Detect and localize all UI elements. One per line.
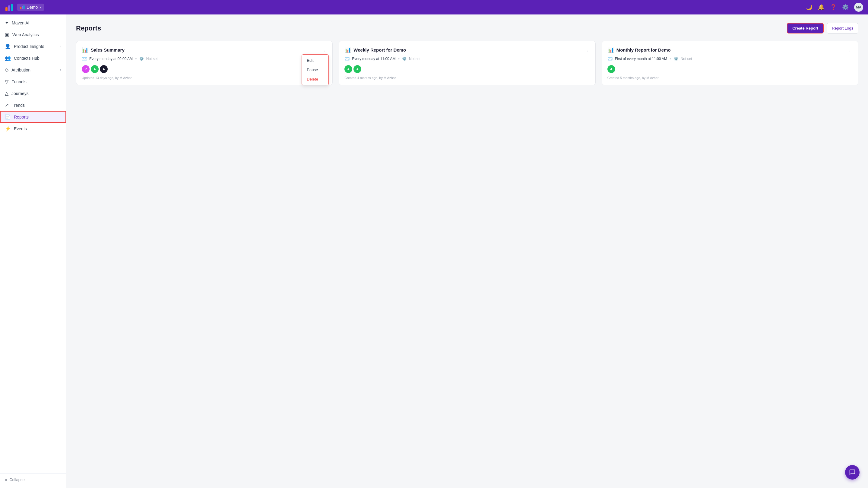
svg-rect-2 [11,4,13,11]
sidebar-item-funnels[interactable]: ▽ Funnels [0,76,66,88]
product-insights-icon: 👤 [5,43,11,49]
events-icon: ⚡ [5,126,11,131]
card-title-row: 📊 Weekly Report for Demo [344,47,406,53]
main-layout: ✦ Maven AI ▣ Web Analytics 👤 Product Ins… [0,14,868,488]
avatar: A [344,65,352,73]
contacts-hub-icon: 👥 [5,55,11,61]
sidebar-label-attribution: Attribution [11,67,30,72]
card-header: 📊 Weekly Report for Demo ⋮ [344,47,590,53]
sidebar-item-journeys[interactable]: △ Journeys [0,88,66,99]
sidebar-item-contacts-hub[interactable]: 👥 Contacts Hub [0,52,66,64]
reports-icon: 📄 [5,114,11,120]
integration-icon: ⚙️ [402,57,407,61]
report-logs-button[interactable]: Report Logs [827,23,858,33]
avatar: A [100,65,108,73]
card-footer: Created 5 months ago, by M Azhar [608,76,852,80]
email-icon: ✉️ [608,56,613,61]
card-title-row: 📊 Sales Summary [82,47,125,53]
schedule-text: First of every month at 11:00 AM [615,57,667,61]
report-title: Sales Summary [91,48,125,53]
sidebar-label-trends: Trends [12,103,25,108]
sidebar-item-events[interactable]: ⚡ Events [0,123,66,134]
funnels-icon: ▽ [5,79,8,85]
chat-icon [849,469,856,476]
create-report-button[interactable]: Create Report [787,23,824,33]
card-meta: ✉️ First of every month at 11:00 AM • ⚙️… [608,56,852,62]
report-title: Monthly Report for Demo [617,48,671,53]
card-footer: Created 4 months ago, by M Azhar [344,76,590,80]
collapse-button[interactable]: « Collapse [0,474,66,486]
integration-icon: ⚙️ [674,57,678,61]
sidebar-label-funnels: Funnels [11,79,27,84]
card-footer: Updated 13 days ago, by M Azhar [82,76,327,80]
svg-rect-3 [20,7,22,9]
avatar: P [82,65,90,73]
collapse-icon: « [5,478,7,482]
svg-rect-4 [22,6,23,9]
sidebar-item-product-insights[interactable]: 👤 Product Insights › [0,40,66,52]
svg-rect-0 [5,7,7,11]
maven-ai-icon: ✦ [5,20,9,26]
sidebar-nav: ✦ Maven AI ▣ Web Analytics 👤 Product Ins… [0,17,66,134]
sidebar-item-web-analytics[interactable]: ▣ Web Analytics [0,29,66,40]
brand-selector[interactable]: Demo ▾ [17,4,44,11]
schedule-text: Every monday at 09:00 AM [89,57,133,61]
sidebar-label-web-analytics: Web Analytics [12,32,39,37]
chevron-icon: › [60,44,61,49]
card-avatars: PAA [82,65,327,73]
avatar: A [608,65,615,73]
more-options-button[interactable]: ⋮ [585,47,590,53]
sidebar-label-product-insights: Product Insights [14,44,44,49]
card-meta: ✉️ Every monday at 11:00 AM • ⚙️ Not set [344,56,590,62]
top-navigation: Demo ▾ 🌙 🔔 ❓ ⚙️ MA [0,0,868,14]
integration-icon: ⚙️ [140,57,144,61]
chart-icon: 📊 [82,47,88,53]
delete-option[interactable]: Delete [302,74,329,84]
sidebar: ✦ Maven AI ▣ Web Analytics 👤 Product Ins… [0,14,66,488]
chart-icon: 📊 [608,47,614,53]
sidebar-label-journeys: Journeys [11,91,29,96]
brand-chevron: ▾ [39,5,41,9]
brand-logo-small [20,5,25,10]
page-title: Reports [76,24,101,32]
topnav-right: 🌙 🔔 ❓ ⚙️ MA [806,3,863,12]
sidebar-bottom: « Collapse [0,474,66,486]
chat-bubble[interactable] [845,465,860,480]
more-options-button[interactable]: ⋮ [847,47,852,53]
sidebar-label-maven-ai: Maven AI [12,21,29,25]
user-avatar[interactable]: MA [854,3,863,12]
web-analytics-icon: ▣ [5,32,9,37]
help-icon[interactable]: ❓ [830,4,837,10]
sidebar-item-maven-ai[interactable]: ✦ Maven AI [0,17,66,29]
notification-icon[interactable]: 🔔 [818,4,825,10]
card-avatars: A [608,65,852,73]
sidebar-item-trends[interactable]: ↗ Trends [0,99,66,111]
dropdown-menu: Edit Pause Delete [302,54,329,85]
moon-icon[interactable]: 🌙 [806,4,812,10]
reports-grid: 📊 Sales Summary ⋮ ✉️ Every monday at 09:… [76,41,858,85]
integration-text: Not set [409,57,421,61]
integration-text: Not set [681,57,692,61]
avatar: A [91,65,99,73]
app-logo [5,3,13,11]
report-card: 📊 Monthly Report for Demo ⋮ ✉️ First of … [602,41,858,85]
edit-option[interactable]: Edit [302,56,329,65]
report-title: Weekly Report for Demo [353,48,406,53]
main-content: Reports Create Report Report Logs 📊 Sale… [66,14,868,488]
brand-name: Demo [27,5,38,10]
more-options-button[interactable]: ⋮ [321,47,327,53]
collapse-label: Collapse [9,478,25,482]
chart-icon: 📊 [344,47,351,53]
pause-option[interactable]: Pause [302,65,329,74]
svg-rect-5 [23,5,25,9]
card-header: 📊 Monthly Report for Demo ⋮ [608,47,852,53]
schedule-text: Every monday at 11:00 AM [352,57,395,61]
page-header: Reports Create Report Report Logs [76,23,858,33]
settings-icon[interactable]: ⚙️ [842,4,849,10]
report-card: 📊 Weekly Report for Demo ⋮ ✉️ Every mond… [339,41,595,85]
topnav-left: Demo ▾ [5,3,44,11]
sidebar-item-reports[interactable]: 📄 Reports [0,111,66,123]
sidebar-item-attribution[interactable]: ◇ Attribution › [0,64,66,76]
header-actions: Create Report Report Logs [787,23,858,33]
email-icon: ✉️ [82,56,87,61]
